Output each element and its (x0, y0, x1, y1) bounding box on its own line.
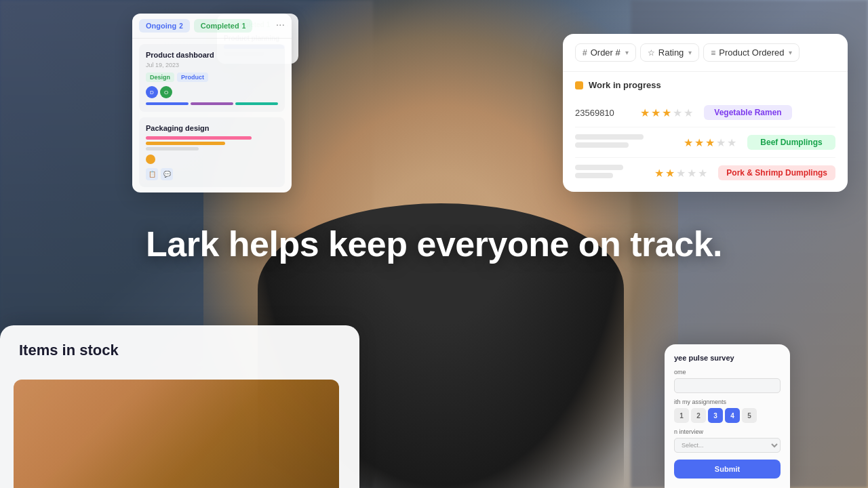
main-tagline: Lark helps keep everyone on track. (146, 224, 722, 264)
order-id-1: 23569810 (575, 108, 629, 118)
kanban-tag-design: Design (146, 73, 174, 82)
star-1-4: ★ (673, 106, 682, 119)
star-2-1: ★ (684, 136, 693, 149)
order-card: # Order # ▾ ☆ Rating ▾ ≡ Product Ordered… (563, 34, 848, 192)
order-placeholder-3 (575, 165, 644, 181)
rating-btn-2[interactable]: 2 (691, 408, 706, 423)
order-tag-2: Beef Dumplings (747, 135, 835, 150)
star-2-4: ★ (716, 136, 726, 149)
progress-bar-2 (191, 102, 233, 105)
kanban-header: Ongoing 2 Completed 1 ··· (132, 14, 292, 39)
order-col-rating-label: Rating (658, 47, 684, 58)
star-1-1: ★ (640, 106, 650, 119)
survey-rating-row: 1 2 3 4 5 (674, 408, 781, 423)
kanban-avatar-row: D O (146, 86, 278, 98)
packaging-title: Packaging design (146, 124, 278, 132)
chevron-rating-icon: ▾ (688, 49, 692, 56)
order-col-product[interactable]: ≡ Product Ordered ▾ (703, 43, 800, 62)
star-3-3: ★ (676, 167, 686, 180)
kanban-section: Product dashboard Jul 19, 2023 Design Pr… (132, 39, 292, 192)
status-text: Work in progress (589, 80, 661, 90)
order-placeholder-2 (575, 134, 673, 150)
order-row-3: ★ ★ ★ ★ ★ Pork & Shrimp Dumplings (575, 158, 835, 192)
order-stars-2: ★ ★ ★ ★ ★ (684, 136, 736, 149)
star-icon: ☆ (648, 48, 655, 58)
star-1-5: ★ (684, 106, 693, 119)
status-dot (575, 81, 583, 89)
pkg-bar-pink (146, 136, 252, 140)
order-col-order-label: Order # (591, 47, 620, 58)
order-status-label: Work in progress (575, 80, 835, 90)
kanban-item-date: Jul 19, 2023 (146, 62, 278, 68)
kanban-tags: Design Product (146, 73, 278, 82)
star-3-2: ★ (665, 167, 675, 180)
kanban-item-title: Product dashboard (146, 51, 278, 59)
order-stars-3: ★ ★ ★ ★ ★ (654, 167, 707, 180)
kanban-tab-completed[interactable]: Completed 1 (194, 19, 252, 33)
survey-interview-label: n interview (674, 428, 781, 435)
order-col-product-label: Product Ordered (719, 47, 784, 58)
pkg-bar-light (146, 147, 199, 150)
items-card: Items in stock (0, 325, 359, 488)
placeholder-line-3b (575, 173, 613, 178)
order-stars-1: ★ ★ ★ ★ ★ (640, 106, 693, 119)
items-title: Items in stock (19, 342, 340, 359)
order-col-order[interactable]: # Order # ▾ (575, 43, 636, 62)
order-tag-1: Vegetable Ramen (704, 105, 792, 120)
placeholder-line-2b (575, 142, 629, 148)
survey-title: yee pulse survey (674, 354, 781, 362)
pkg-icon-2: 💬 (161, 168, 173, 180)
star-3-4: ★ (687, 167, 696, 180)
rating-btn-4[interactable]: 4 (725, 408, 740, 423)
placeholder-line-3a (575, 165, 623, 170)
list-icon: ≡ (711, 48, 715, 58)
survey-submit-button[interactable]: Submit (674, 460, 781, 479)
star-1-2: ★ (651, 106, 660, 119)
order-row-1: 23569810 ★ ★ ★ ★ ★ Vegetable Ramen (575, 98, 835, 127)
pkg-circle (146, 155, 155, 164)
rating-btn-3[interactable]: 3 (708, 408, 723, 423)
survey-assignments-label: ith my assignments (674, 399, 781, 405)
order-header: # Order # ▾ ☆ Rating ▾ ≡ Product Ordered… (563, 34, 848, 72)
avatar-2: O (160, 86, 172, 98)
ongoing-label: Ongoing (146, 22, 176, 30)
kanban-tag-product: Product (177, 73, 208, 82)
completed-count: 1 (242, 22, 246, 30)
chevron-product-icon: ▾ (789, 49, 792, 56)
ongoing-count: 2 (179, 22, 183, 30)
survey-name-label: ome (674, 369, 781, 375)
kanban-tab-ongoing[interactable]: Ongoing 2 (139, 19, 190, 33)
pkg-icons: 📋 💬 (146, 168, 278, 180)
order-row-2: ★ ★ ★ ★ ★ Beef Dumplings (575, 127, 835, 158)
rating-btn-1[interactable]: 1 (674, 408, 689, 423)
pkg-icon-1: 📋 (146, 168, 158, 180)
star-2-3: ★ (705, 136, 715, 149)
kanban-progress-bars (146, 102, 278, 105)
survey-name-input[interactable] (674, 378, 781, 393)
star-2-5: ★ (727, 136, 736, 149)
progress-bar-1 (146, 102, 189, 105)
items-image-area (14, 380, 339, 488)
progress-bar-3 (235, 102, 278, 105)
hash-icon: # (583, 48, 587, 58)
order-status-section: Work in progress 23569810 ★ ★ ★ ★ ★ Vege… (563, 72, 848, 192)
star-1-3: ★ (662, 106, 671, 119)
order-col-rating[interactable]: ☆ Rating ▾ (640, 43, 700, 62)
completed-label: Completed (201, 22, 239, 30)
avatar-1: D (146, 86, 158, 98)
survey-card: yee pulse survey ome ith my assignments … (665, 344, 790, 488)
placeholder-line-2a (575, 134, 644, 140)
order-tag-3: Pork & Shrimp Dumplings (718, 165, 835, 180)
kanban-item-packaging: Packaging design 📋 💬 (139, 117, 285, 187)
kanban-more-icon[interactable]: ··· (276, 19, 285, 33)
pkg-bar-orange (146, 142, 225, 145)
star-3-5: ★ (698, 167, 707, 180)
chevron-order-icon: ▾ (625, 49, 629, 56)
survey-interview-dropdown[interactable]: Select... (674, 438, 781, 453)
star-3-1: ★ (654, 167, 664, 180)
star-2-2: ★ (694, 136, 704, 149)
pkg-bars (146, 136, 278, 150)
rating-btn-5[interactable]: 5 (742, 408, 757, 423)
kanban-card: Ongoing 2 Completed 1 ··· Product dashbo… (132, 14, 292, 192)
kanban-item-product-dashboard: Product dashboard Jul 19, 2023 Design Pr… (139, 44, 285, 112)
